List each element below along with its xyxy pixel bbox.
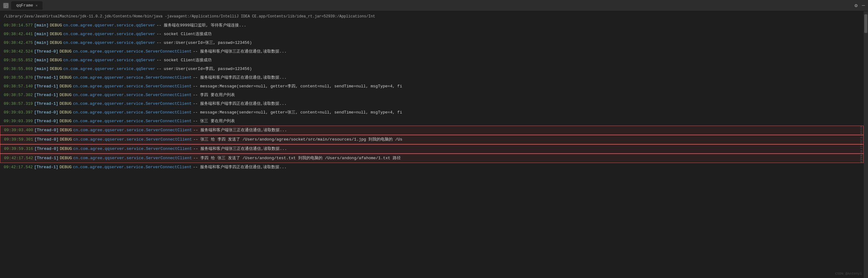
log-message: -- 李四 给 张三 发送了 /Users/andong/test.txt 到我… xyxy=(193,154,861,162)
tab-close-icon[interactable]: ✕ xyxy=(36,3,38,7)
logger-name: cn.com.agree.qqserver.service.ServerConn… xyxy=(73,82,192,90)
timestamp: 09:39:03.397 xyxy=(4,109,33,117)
log-line: 09:38:42.441 [main] DEBUG cn.com.agree.q… xyxy=(0,30,864,38)
thread: [Thread-0] xyxy=(34,145,59,153)
thread: [Thread-1] xyxy=(34,154,59,162)
console-content: /Library/Java/JavaVirtualMachines/jdk-11… xyxy=(0,11,864,278)
command-line: /Library/Java/JavaVirtualMachines/jdk-11… xyxy=(0,12,864,21)
log-message: -- user:User(userId=张三, passwd=123456) xyxy=(157,39,861,47)
log-message: -- socket Client连接成功 xyxy=(157,30,861,38)
log-message: -- 服务端和客户端张三正在通信通信,读取数据... xyxy=(193,145,861,153)
log-level: DEBUG xyxy=(50,30,62,38)
log-line: 09:38:57.319 [Thread-1] DEBUG cn.com.agr… xyxy=(0,100,864,108)
title-bar-left: qqFrame ✕ xyxy=(3,1,42,10)
log-message: -- 服务端和客户端李四正在通信通信,读取数据... xyxy=(193,100,861,108)
console-area: /Library/Java/JavaVirtualMachines/jdk-11… xyxy=(0,11,868,278)
log-level: DEBUG xyxy=(60,136,72,144)
log-level: DEBUG xyxy=(60,91,72,99)
log-level: DEBUG xyxy=(60,126,72,134)
logger-name: cn.com.agree.qqserver.service.qqServer xyxy=(63,30,155,38)
log-line: 09:42:17.542 [Thread-1] DEBUG cn.com.agr… xyxy=(0,163,864,172)
timestamp: 09:38:55.852 xyxy=(4,56,33,64)
title-bar: qqFrame ✕ ⚙ — xyxy=(0,0,868,11)
log-line: 09:38:55.869 [main] DEBUG cn.com.agree.q… xyxy=(0,65,864,74)
timestamp: 09:39:59.301 xyxy=(4,136,33,144)
timestamp: 09:38:57.319 xyxy=(4,100,33,108)
watermark: CSDN @Antony1 xyxy=(835,272,862,276)
settings-icon[interactable]: ⚙ xyxy=(855,2,858,9)
log-line: 09:38:57.140 [Thread-1] DEBUG cn.com.agr… xyxy=(0,82,864,91)
thread: [main] xyxy=(34,56,49,64)
log-line: 09:39:03.399 [Thread-0] DEBUG cn.com.agr… xyxy=(0,117,864,126)
thread: [Thread-0] xyxy=(34,136,59,144)
timestamp: 09:42:17.542 xyxy=(4,154,33,162)
log-level: DEBUG xyxy=(60,154,72,162)
timestamp: 09:38:14.577 xyxy=(4,22,33,30)
thread: [main] xyxy=(34,30,49,38)
log-line: 09:38:57.302 [Thread-1] DEBUG cn.com.agr… xyxy=(0,91,864,100)
logger-name: cn.com.agree.qqserver.service.qqServer xyxy=(63,56,155,64)
logger-name: cn.com.agree.qqserver.service.qqServer xyxy=(63,22,155,30)
logger-name: cn.com.agree.qqserver.service.ServerConn… xyxy=(73,163,192,171)
logger-name: cn.com.agree.qqserver.service.ServerConn… xyxy=(73,126,192,134)
log-level: DEBUG xyxy=(50,65,62,73)
log-line: 09:38:42.524 [Thread-0] DEBUG cn.com.agr… xyxy=(0,47,864,56)
log-level: DEBUG xyxy=(60,100,72,108)
log-level: DEBUG xyxy=(60,145,72,153)
timestamp: 09:39:03.400 xyxy=(4,126,33,134)
logger-name: cn.com.agree.qqserver.service.ServerConn… xyxy=(73,154,192,162)
log-line: 09:39:03.397 [Thread-0] DEBUG cn.com.agr… xyxy=(0,108,864,117)
thread: [main] xyxy=(34,39,49,47)
logger-name: cn.com.agree.qqserver.service.ServerConn… xyxy=(73,48,192,56)
log-message: -- message:Message(sender=null, getter=李… xyxy=(193,82,861,90)
thread: [Thread-0] xyxy=(34,48,58,56)
logger-name: cn.com.agree.qqserver.service.ServerConn… xyxy=(73,74,192,82)
logger-name: cn.com.agree.qqserver.service.qqServer xyxy=(63,39,155,47)
log-line: 09:39:03.400 [Thread-0] DEBUG cn.com.agr… xyxy=(0,126,864,135)
logger-name: cn.com.agree.qqserver.service.ServerConn… xyxy=(73,91,192,99)
logger-name: cn.com.agree.qqserver.service.ServerConn… xyxy=(73,109,192,117)
log-level: DEBUG xyxy=(50,22,62,30)
timestamp: 09:38:42.524 xyxy=(4,48,33,56)
log-line: 09:38:42.475 [main] DEBUG cn.com.agree.q… xyxy=(0,38,864,47)
thread: [Thread-1] xyxy=(34,163,58,171)
timestamp: 09:39:03.399 xyxy=(4,117,33,125)
log-message: -- 李四 要在用户列表 xyxy=(193,91,861,99)
log-message: -- 服务端和客户端李四正在通信通信,读取数据... xyxy=(193,74,861,82)
logger-name: cn.com.agree.qqserver.service.ServerConn… xyxy=(73,100,192,108)
log-line: 09:39:59.316 [Thread-0] DEBUG cn.com.agr… xyxy=(0,144,864,154)
timestamp: 09:38:42.475 xyxy=(4,39,33,47)
thread: [main] xyxy=(34,22,49,30)
timestamp: 09:39:59.316 xyxy=(4,145,33,153)
timestamp: 09:38:55.870 xyxy=(4,74,33,82)
thread: [Thread-1] xyxy=(34,82,58,90)
log-line: 09:38:55.870 [Thread-1] DEBUG cn.com.agr… xyxy=(0,74,864,82)
timestamp: 09:38:42.441 xyxy=(4,30,33,38)
thread: [main] xyxy=(34,65,49,73)
log-level: DEBUG xyxy=(60,163,72,171)
minimize-icon[interactable]: — xyxy=(862,3,865,8)
log-message: -- 服务端在9999端口监听, 等待客户端连接... xyxy=(157,22,861,30)
thread: [Thread-0] xyxy=(34,126,59,134)
thread: [Thread-1] xyxy=(34,74,58,82)
log-level: DEBUG xyxy=(60,117,72,125)
log-message: -- 服务端和客户端李四正在通信通信,读取数据... xyxy=(193,163,861,171)
thread: [Thread-0] xyxy=(34,109,58,117)
log-message: -- 张三 要在用户列表 xyxy=(193,117,861,125)
log-message: -- socket Client连接成功 xyxy=(157,56,861,64)
log-level: DEBUG xyxy=(50,39,62,47)
tab-label: qqFrame xyxy=(16,3,33,8)
scrollbar-thumb[interactable] xyxy=(864,14,867,33)
log-level: DEBUG xyxy=(60,48,72,56)
logger-name: cn.com.agree.qqserver.service.ServerConn… xyxy=(73,145,192,153)
logger-name: cn.com.agree.qqserver.service.ServerConn… xyxy=(73,136,192,144)
log-line: 09:38:14.577 [main] DEBUG cn.com.agree.q… xyxy=(0,21,864,30)
log-message: -- 服务端和客户端张三正在通信通信,读取数据... xyxy=(193,48,861,56)
log-level: DEBUG xyxy=(50,56,62,64)
scrollbar[interactable] xyxy=(864,11,868,278)
main-tab[interactable]: qqFrame ✕ xyxy=(11,1,42,10)
window-icon xyxy=(3,3,9,8)
log-container: 09:38:14.577 [main] DEBUG cn.com.agree.q… xyxy=(0,21,864,172)
log-line: 09:39:59.301 [Thread-0] DEBUG cn.com.agr… xyxy=(0,135,864,144)
log-line: 09:42:17.542 [Thread-1] DEBUG cn.com.agr… xyxy=(0,154,864,163)
